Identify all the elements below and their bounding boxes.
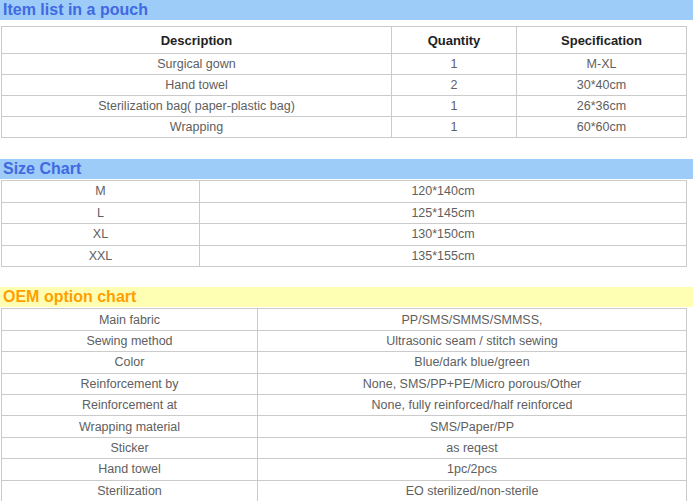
table-cell: 26*36cm [517, 96, 687, 117]
column-header-description: Description [2, 27, 392, 54]
product-spec-page: Item list in a pouch Description Quantit… [0, 0, 693, 501]
table-row: Wrapping160*60cm [2, 117, 687, 138]
oem-option-table: Main fabricPP/SMS/SMMS/SMMSS,Sewing meth… [1, 308, 687, 501]
size-chart-table: M120*140cmL125*145cmXL130*150cmXXL135*15… [1, 180, 687, 267]
table-cell: Reinforcement by [2, 373, 258, 394]
table-cell: M-XL [517, 54, 687, 75]
table-cell: Blue/dark blue/green [258, 352, 687, 373]
table-cell: XXL [2, 245, 200, 267]
section-title-item-list: Item list in a pouch [0, 0, 693, 20]
table-cell: 125*145cm [200, 202, 687, 224]
table-cell: 130*150cm [200, 224, 687, 246]
table-cell: Sterilization bag( paper-plastic bag) [2, 96, 392, 117]
table-cell: 120*140cm [200, 181, 687, 203]
table-cell: None, fully reinforced/half reinforced [258, 394, 687, 415]
section-oem-options: OEM option chart Main fabricPP/SMS/SMMS/… [0, 287, 693, 501]
table-cell: Hand towel [2, 459, 258, 480]
table-cell: as reqest [258, 437, 687, 458]
section-item-list: Item list in a pouch Description Quantit… [0, 0, 693, 138]
section-title-oem-options: OEM option chart [0, 287, 693, 307]
table-cell: Sticker [2, 437, 258, 458]
table-row: Sterilization bag( paper-plastic bag)126… [2, 96, 687, 117]
table-cell: M [2, 181, 200, 203]
table-row: M120*140cm [2, 181, 687, 203]
column-header-specification: Specification [517, 27, 687, 54]
table-cell: Main fabric [2, 309, 258, 330]
table-header-row: Description Quantity Specification [2, 27, 687, 54]
section-size-chart: Size Chart M120*140cmL125*145cmXL130*150… [0, 159, 693, 267]
table-row: Wrapping materialSMS/Paper/PP [2, 416, 687, 437]
table-cell: SMS/Paper/PP [258, 416, 687, 437]
table-row: Sewing methodUltrasonic seam / stitch se… [2, 330, 687, 351]
table-row: ColorBlue/dark blue/green [2, 352, 687, 373]
table-cell: None, SMS/PP+PE/Micro porous/Other [258, 373, 687, 394]
table-row: Hand towel1pc/2pcs [2, 459, 687, 480]
table-row: XXL135*155cm [2, 245, 687, 267]
table-cell: Hand towel [2, 75, 392, 96]
table-cell: 60*60cm [517, 117, 687, 138]
table-cell: Sewing method [2, 330, 258, 351]
table-cell: XL [2, 224, 200, 246]
table-cell: Color [2, 352, 258, 373]
table-cell: Surgical gown [2, 54, 392, 75]
table-cell: 1 [392, 96, 517, 117]
table-cell: Reinforcement at [2, 394, 258, 415]
table-cell: 2 [392, 75, 517, 96]
table-cell: PP/SMS/SMMS/SMMSS, [258, 309, 687, 330]
table-row: XL130*150cm [2, 224, 687, 246]
table-row: L125*145cm [2, 202, 687, 224]
table-cell: 135*155cm [200, 245, 687, 267]
table-cell: EO sterilized/non-sterile [258, 480, 687, 501]
item-list-table: Description Quantity Specification Surgi… [1, 26, 687, 138]
table-cell: 30*40cm [517, 75, 687, 96]
table-cell: Wrapping material [2, 416, 258, 437]
table-cell: 1 [392, 117, 517, 138]
column-header-quantity: Quantity [392, 27, 517, 54]
table-cell: Wrapping [2, 117, 392, 138]
section-title-size-chart: Size Chart [0, 159, 693, 179]
table-row: Main fabricPP/SMS/SMMS/SMMSS, [2, 309, 687, 330]
table-row: Reinforcement atNone, fully reinforced/h… [2, 394, 687, 415]
table-cell: 1pc/2pcs [258, 459, 687, 480]
table-cell: Sterilization [2, 480, 258, 501]
table-row: Surgical gown1M-XL [2, 54, 687, 75]
table-row: Stickeras reqest [2, 437, 687, 458]
table-cell: Ultrasonic seam / stitch sewing [258, 330, 687, 351]
table-row: Reinforcement byNone, SMS/PP+PE/Micro po… [2, 373, 687, 394]
table-row: Hand towel230*40cm [2, 75, 687, 96]
table-cell: 1 [392, 54, 517, 75]
table-cell: L [2, 202, 200, 224]
table-row: SterilizationEO sterilized/non-sterile [2, 480, 687, 501]
